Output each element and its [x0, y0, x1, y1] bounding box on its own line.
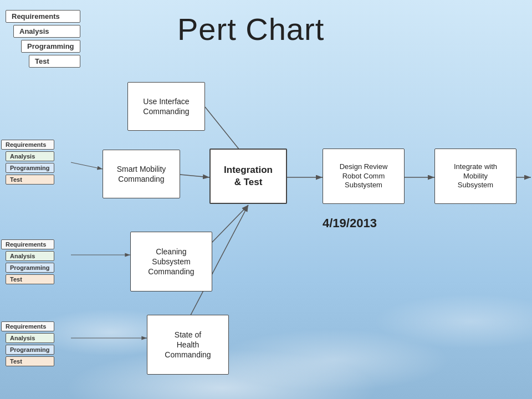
sidebar-group-1: Requirements Analysis Programming Test	[1, 140, 54, 185]
sidebar-group-2: Requirements Analysis Programming Test	[1, 239, 54, 284]
chart-container: Pert Chart Requirements Analysis Program…	[0, 0, 532, 399]
sidebar-group1-test[interactable]: Test	[6, 175, 54, 185]
sidebar-group2-programming[interactable]: Programming	[6, 263, 54, 273]
sidebar-group-3: Requirements Analysis Programming Test	[1, 321, 54, 366]
node-integration-test: Integration& Test	[209, 149, 287, 204]
sidebar-group2-requirements[interactable]: Requirements	[1, 239, 54, 249]
sidebar-group3-requirements[interactable]: Requirements	[1, 321, 54, 331]
node-use-interface: Use InterfaceCommanding	[127, 82, 205, 131]
sidebar-group3-test[interactable]: Test	[6, 356, 54, 366]
sidebar-group1-analysis[interactable]: Analysis	[6, 151, 54, 161]
date-label: 4/19/2013	[323, 216, 377, 231]
nodes-layer: Use InterfaceCommanding Smart MobilityCo…	[0, 0, 532, 399]
node-integrate-mobility: Integrate withMobilitySubsystem	[434, 149, 516, 204]
sidebar-group1-programming[interactable]: Programming	[6, 163, 54, 173]
sidebar-group1-requirements[interactable]: Requirements	[1, 140, 54, 150]
node-design-review: Design ReviewRobot CommSubstystem	[323, 149, 405, 204]
sidebar-group3-programming[interactable]: Programming	[6, 345, 54, 355]
node-cleaning-subsystem: CleaningSubsystemCommanding	[130, 232, 212, 291]
sidebar-group2-analysis[interactable]: Analysis	[6, 251, 54, 261]
sidebar-group3-analysis[interactable]: Analysis	[6, 333, 54, 343]
sidebar-group2-test[interactable]: Test	[6, 274, 54, 284]
node-smart-mobility: Smart MobilityCommanding	[103, 150, 180, 198]
node-state-of-health: State ofHealthCommanding	[147, 315, 229, 375]
